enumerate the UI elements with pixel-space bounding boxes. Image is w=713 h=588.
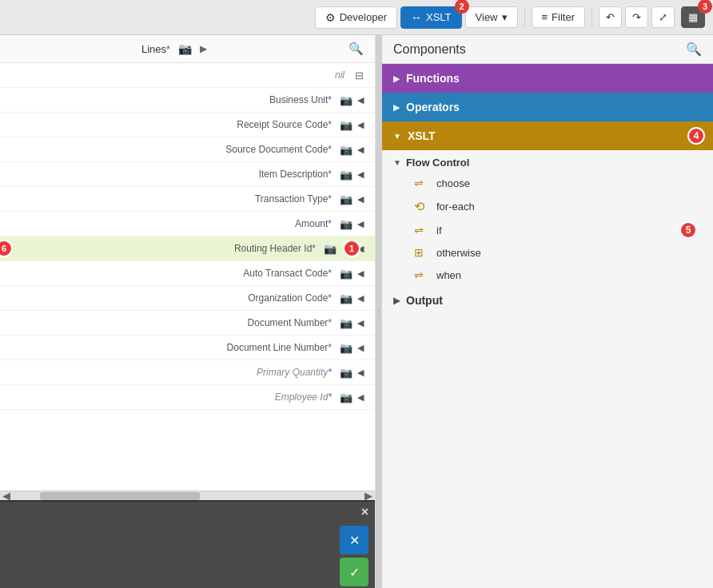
fullscreen-button[interactable]: ⤢ [651,6,675,28]
view-label: View [476,11,498,23]
doc-line-num-arrow[interactable]: ◀ [354,343,367,353]
view-button[interactable]: View ▾ [465,6,518,28]
otherwise-label: otherwise [436,247,481,259]
left-panel: Lines* 📷 ▶ 🔍 nil ⊟ Business Unit* 📷 ◀ Re… [0,35,376,588]
search-left-icon[interactable]: 🔍 [345,40,367,58]
functions-section-header[interactable]: ▶ Functions [382,64,713,93]
filter-button[interactable]: ≡ Filter [532,6,585,28]
when-icon: ⇌ [414,268,428,281]
employee-id-icon[interactable]: 📷 [338,389,354,405]
choose-label: choose [436,177,470,189]
comp-item-if[interactable]: ⇌ if 5 [382,219,713,241]
transaction-type-arrow[interactable]: ◀ [354,194,367,205]
field-row-item-description: Item Description* 📷 ◀ [0,162,375,187]
item-desc-arrow[interactable]: ◀ [354,169,367,180]
receipt-source-icon[interactable]: 📷 [338,117,354,133]
main-layout: Lines* 📷 ▶ 🔍 nil ⊟ Business Unit* 📷 ◀ Re… [0,35,713,588]
separator-2 [592,8,592,27]
developer-label: Developer [340,11,387,23]
wrench-icon: ⚙ [325,11,336,24]
undo-button[interactable]: ↶ [599,6,622,28]
routing-header-icon[interactable]: 📷 [322,240,338,256]
if-icon: ⇌ [414,224,428,236]
filter-icon: ≡ [542,11,548,23]
scroll-right-btn[interactable]: ▶ [362,490,375,502]
callout-badge-6: 6 [0,240,13,257]
redo-icon: ↷ [632,11,641,23]
primary-qty-icon[interactable]: 📷 [338,364,354,380]
undo-icon: ↶ [606,11,615,23]
output-section-header[interactable]: ▶ Output [382,286,713,315]
field-label-receipt-source-code: Receipt Source Code* [8,119,338,130]
field-row-source-doc-code: Source Document Code* 📷 ◀ [0,137,375,162]
scroll-thumb[interactable] [40,492,200,500]
components-title: Components [393,42,686,57]
scroll-left-btn[interactable]: ◀ [0,490,13,502]
field-row-document-number: Document Number* 📷 ◀ [0,311,375,336]
transaction-type-icon[interactable]: 📷 [338,191,354,207]
receipt-source-arrow[interactable]: ◀ [354,120,367,130]
comp-item-otherwise[interactable]: ⊞ otherwise [382,241,713,264]
field-label-document-line-number: Document Line Number* [8,342,338,353]
developer-button[interactable]: ⚙ Developer [315,6,397,29]
doc-line-num-icon[interactable]: 📷 [338,340,354,356]
callout-badge-5: 5 [679,221,697,239]
field-row-routing-header-id: 6 Routing Header Id* 1 📷 ◀ [0,236,375,261]
tools-button[interactable]: ✕ [340,526,368,554]
org-code-icon[interactable]: 📷 [338,290,354,306]
horizontal-scrollbar[interactable]: ◀ ▶ [0,491,375,500]
panel-splitter[interactable]: ⋮ [376,35,382,588]
output-label: Output [406,294,443,307]
nil-icon[interactable]: ⊟ [351,67,367,83]
close-button[interactable]: × [361,505,368,519]
xslt-icon: ↔ [411,11,422,24]
choose-icon: ⇌ [414,177,428,189]
field-row-nil: nil ⊟ [0,63,375,88]
amount-icon[interactable]: 📷 [338,216,354,232]
xslt-badge: 2 [455,0,469,14]
camera-icon[interactable]: 📷 [178,42,192,55]
components-search-icon[interactable]: 🔍 [686,42,702,57]
tools-icon: ✕ [349,533,360,548]
for-each-icon: ⟲ [414,199,428,214]
employee-id-arrow[interactable]: ◀ [354,392,367,403]
primary-qty-arrow[interactable]: ◀ [354,368,367,378]
operators-section-header[interactable]: ▶ Operators [382,93,713,121]
separator-1 [524,8,525,27]
field-row-primary-quantity: Primary Quantity* 📷 ◀ [0,360,375,385]
comp-item-when[interactable]: ⇌ when [382,264,713,286]
business-unit-icon[interactable]: 📷 [338,92,354,108]
source-doc-icon[interactable]: 📷 [338,141,354,157]
amount-arrow[interactable]: ◀ [354,219,367,229]
auto-transact-icon[interactable]: 📷 [338,265,354,281]
item-desc-icon[interactable]: 📷 [338,166,354,182]
field-label-primary-quantity: Primary Quantity* [8,367,338,378]
comp-item-choose[interactable]: ⇌ choose [382,172,713,194]
toolbar: ⚙ Developer ↔ XSLT 2 View ▾ ≡ Filter ↶ ↷… [0,0,713,35]
lines-title: Lines* [141,43,170,55]
panel-icon: ▦ [688,11,698,23]
xslt-label: XSLT [426,11,452,23]
business-unit-arrow[interactable]: ◀ [354,95,367,105]
comp-item-for-each[interactable]: ⟲ for-each [382,194,713,219]
field-label-org-code: Organization Code* [8,292,338,304]
field-row-org-code: Organization Code* 📷 ◀ [0,286,375,311]
document-number-arrow[interactable]: ◀ [354,318,367,328]
source-doc-arrow[interactable]: ◀ [354,145,367,155]
xslt-button[interactable]: ↔ XSLT [400,6,462,29]
expand-right-icon[interactable]: ▶ [200,43,207,54]
check-icon: ✓ [349,565,360,580]
document-number-icon[interactable]: 📷 [338,315,354,331]
org-code-arrow[interactable]: ◀ [354,293,367,304]
confirm-button[interactable]: ✓ [340,558,368,586]
operators-label: Operators [406,101,460,113]
redo-button[interactable]: ↷ [625,6,648,28]
auto-transact-arrow[interactable]: ◀ [354,268,367,279]
field-label-item-description: Item Description* [8,169,338,180]
xslt-button-container: ↔ XSLT 2 [400,6,462,29]
panel-badge: 3 [698,0,712,14]
functions-label: Functions [406,72,460,85]
left-panel-header: Lines* 📷 ▶ 🔍 [0,35,375,63]
bottom-bar-actions: ✕ ✓ [0,522,375,588]
xslt-section-header[interactable]: ▼ XSLT 4 [382,121,713,150]
